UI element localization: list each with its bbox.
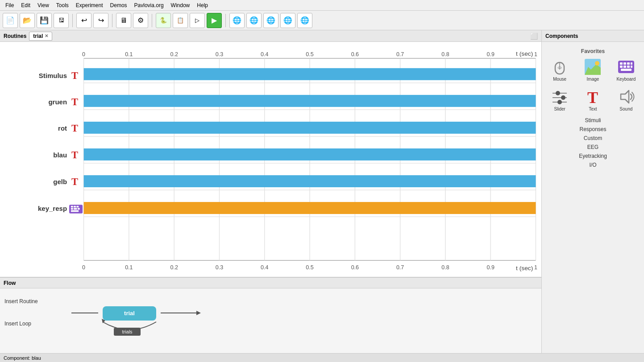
components-header: Components xyxy=(542,30,644,42)
menu-view[interactable]: View xyxy=(34,1,53,9)
svg-text:0.8: 0.8 xyxy=(441,51,449,58)
save-button[interactable]: 💾 xyxy=(37,13,52,28)
component-sound[interactable]: Sound xyxy=(611,86,641,113)
svg-text:0.7: 0.7 xyxy=(396,264,404,271)
svg-rect-61 xyxy=(76,206,79,208)
status-bar: Component: blau xyxy=(0,353,644,362)
menu-experiment[interactable]: Experiment xyxy=(72,1,107,9)
svg-text:0.2: 0.2 xyxy=(170,264,178,271)
svg-text:1: 1 xyxy=(534,51,537,58)
mouse-icon xyxy=(551,58,569,76)
svg-text:trials: trials xyxy=(122,329,133,334)
svg-text:0.6: 0.6 xyxy=(351,264,359,271)
eeg-section-link[interactable]: EEG xyxy=(544,143,641,152)
separator-3 xyxy=(152,14,152,27)
svg-text:0: 0 xyxy=(82,264,85,271)
flow-title: Flow xyxy=(4,280,16,286)
component-mouse[interactable]: Mouse xyxy=(544,56,575,83)
svg-text:0.1: 0.1 xyxy=(125,264,133,271)
component-text[interactable]: T Text xyxy=(578,86,608,113)
menu-edit[interactable]: Edit xyxy=(17,1,34,9)
run-button[interactable]: ▶ xyxy=(207,13,222,28)
component-slider[interactable]: Slider xyxy=(544,86,575,113)
image-icon xyxy=(584,58,602,76)
globe5-button[interactable]: 🌐 xyxy=(297,13,312,28)
menu-file[interactable]: File xyxy=(2,1,17,9)
flow-content: Insert Routine Insert Loop trial xyxy=(0,288,541,362)
svg-text:0.4: 0.4 xyxy=(261,51,268,58)
io-section-link[interactable]: I/O xyxy=(544,160,641,169)
insert-loop-button[interactable]: Insert Loop xyxy=(4,321,31,327)
globe4-button[interactable]: 🌐 xyxy=(280,13,295,28)
keyboard-icon xyxy=(617,58,635,76)
separator-1 xyxy=(72,14,73,27)
components-title: Components xyxy=(545,33,578,39)
svg-text:0: 0 xyxy=(82,51,85,58)
trial-tab-close[interactable]: ✕ xyxy=(45,33,48,38)
svg-text:0.8: 0.8 xyxy=(441,264,449,271)
svg-rect-62 xyxy=(71,208,73,210)
globe1-button[interactable]: 🌐 xyxy=(229,13,245,28)
python-button[interactable]: 🐍 xyxy=(156,13,171,28)
globe3-button[interactable]: 🌐 xyxy=(263,13,278,28)
svg-rect-91 xyxy=(621,69,632,71)
menu-tools[interactable]: Tools xyxy=(53,1,72,9)
trial-tab[interactable]: trial ✕ xyxy=(29,32,52,41)
mouse-label: Mouse xyxy=(553,77,566,82)
undo-button[interactable]: ↩ xyxy=(76,13,91,28)
svg-marker-70 xyxy=(196,311,201,315)
settings-button[interactable]: ⚙ xyxy=(133,13,148,28)
svg-rect-89 xyxy=(627,66,630,68)
maximize-icon[interactable]: ⬜ xyxy=(530,33,538,40)
routines-title: Routines xyxy=(4,33,26,39)
svg-rect-64 xyxy=(78,208,80,210)
flow-header: Flow xyxy=(0,278,541,288)
routines-panel: Routines trial ✕ ⬜ t (sec) t xyxy=(0,30,541,277)
open-button[interactable]: 📂 xyxy=(20,13,35,28)
responses-section-link[interactable]: Responses xyxy=(544,125,641,134)
eyetracking-section-link[interactable]: Eyetracking xyxy=(544,152,641,160)
svg-rect-66 xyxy=(84,202,536,214)
svg-text:0.4: 0.4 xyxy=(261,264,268,271)
save-as-button[interactable]: 🖫 xyxy=(54,13,69,28)
new-button[interactable]: 📄 xyxy=(3,13,18,28)
redo-button[interactable]: ↪ xyxy=(93,13,108,28)
svg-text:key_resp: key_resp xyxy=(38,205,67,212)
menu-help[interactable]: Help xyxy=(193,1,212,9)
svg-text:gruen: gruen xyxy=(48,99,67,106)
svg-text:T: T xyxy=(587,89,598,106)
svg-marker-99 xyxy=(621,90,629,103)
component-image[interactable]: Image xyxy=(578,56,608,83)
runner-button[interactable]: 📋 xyxy=(173,13,188,28)
left-panel: Routines trial ✕ ⬜ t (sec) t xyxy=(0,30,541,362)
components-content: Favorites Mouse xyxy=(542,42,644,362)
menu-pavlovia[interactable]: Pavlovia.org xyxy=(131,1,167,9)
routines-header: Routines trial ✕ ⬜ xyxy=(0,30,541,42)
svg-rect-87 xyxy=(620,66,623,68)
svg-text:t (sec): t (sec) xyxy=(516,50,533,57)
components-panel: Components Favorites Mouse xyxy=(541,30,644,362)
globe2-button[interactable]: 🌐 xyxy=(246,13,262,28)
menu-window[interactable]: Window xyxy=(167,1,194,9)
favorites-grid: Mouse Image xyxy=(544,56,641,113)
custom-section-link[interactable]: Custom xyxy=(544,134,641,143)
stimuli-section-link[interactable]: Stimuli xyxy=(544,116,641,125)
run-local-button[interactable]: ▷ xyxy=(190,13,205,28)
flow-diagram-svg: trial trials xyxy=(71,297,228,342)
toolbar: 📄 📂 💾 🖫 ↩ ↪ 🖥 ⚙ 🐍 📋 ▷ ▶ 🌐 🌐 🌐 🌐 🌐 xyxy=(0,11,644,30)
svg-text:t (sec): t (sec) xyxy=(516,265,533,272)
text-label: Text xyxy=(589,107,597,111)
insert-routine-button[interactable]: Insert Routine xyxy=(4,298,38,304)
svg-text:0.5: 0.5 xyxy=(306,264,313,271)
svg-rect-60 xyxy=(74,206,76,208)
monitor-button[interactable]: 🖥 xyxy=(116,13,131,28)
svg-rect-39 xyxy=(84,68,536,80)
component-keyboard[interactable]: Keyboard xyxy=(611,56,641,83)
menubar: File Edit View Tools Experiment Demos Pa… xyxy=(0,0,644,11)
svg-text:T: T xyxy=(71,123,78,134)
menu-demos[interactable]: Demos xyxy=(107,1,131,9)
svg-text:trial: trial xyxy=(124,310,135,317)
svg-rect-63 xyxy=(74,208,77,210)
status-text: Component: blau xyxy=(4,355,41,361)
svg-text:0.3: 0.3 xyxy=(216,51,223,58)
